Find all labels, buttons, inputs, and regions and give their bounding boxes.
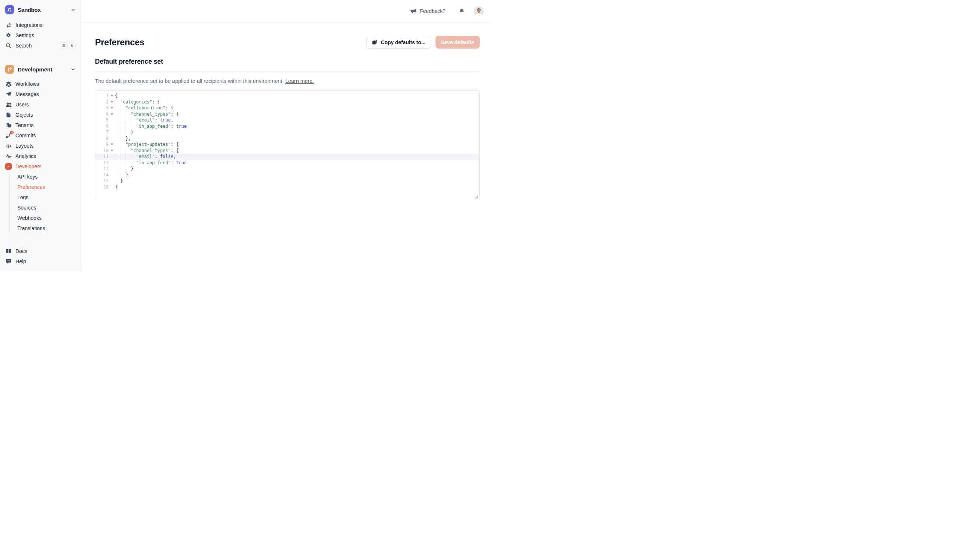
section-title: Default preference set <box>95 58 480 65</box>
kbd-k: K <box>69 42 75 49</box>
editor-line-7[interactable]: 7} <box>95 129 479 136</box>
code-text: } <box>115 172 479 178</box>
editor-line-6[interactable]: 6"in_app_feed": true <box>95 123 479 130</box>
sidebar-item-label: Search <box>16 43 57 49</box>
fold-arrow-icon[interactable] <box>108 111 115 118</box>
json-editor[interactable]: 1{2"categories": {3"collaboration": {4"c… <box>95 90 480 200</box>
fold-gutter <box>108 166 115 172</box>
editor-line-13[interactable]: 13} <box>95 166 479 172</box>
editor-line-5[interactable]: 5"email": true, <box>95 117 479 123</box>
line-number: 15 <box>95 178 108 184</box>
sidebar-item-label: Messages <box>16 91 75 97</box>
notifications-button[interactable] <box>459 8 465 14</box>
copy-defaults-button[interactable]: Copy defaults to... <box>366 36 431 49</box>
feedback-button[interactable]: Feedback? <box>410 8 445 14</box>
sidebar-item-label: Objects <box>16 112 75 118</box>
sidebar-item-label: Settings <box>16 32 75 38</box>
workspace-name: Sandbox <box>18 6 67 13</box>
editor-line-12[interactable]: 12"in_app_feed": true <box>95 160 479 166</box>
line-number: 14 <box>95 172 108 178</box>
kbd-cmd: ⌘ <box>61 42 68 49</box>
sidebar-subitem-webhooks[interactable]: Webhooks <box>10 213 78 223</box>
editor-line-8[interactable]: 8}, <box>95 136 479 142</box>
paper-plane-icon <box>5 91 12 97</box>
chevron-down-icon <box>71 67 75 72</box>
code-icon <box>5 142 12 149</box>
search-shortcut: ⌘K <box>61 42 76 49</box>
editor-line-1[interactable]: 1{ <box>95 93 479 99</box>
app-window: C Sandbox IntegrationsSettingsSearch⌘K D… <box>0 0 490 271</box>
sidebar-item-help[interactable]: Help <box>3 256 78 266</box>
line-number: 16 <box>95 184 108 190</box>
fold-arrow-icon[interactable] <box>108 99 115 105</box>
chevron-down-icon <box>71 7 75 12</box>
learn-more-link[interactable]: Learn more. <box>285 78 314 84</box>
sidebar-item-docs[interactable]: Docs <box>3 246 78 256</box>
fold-gutter <box>108 184 115 190</box>
users-icon <box>5 101 12 108</box>
sidebar-spacer <box>0 233 81 246</box>
save-defaults-button[interactable]: Save defaults <box>436 36 480 49</box>
fold-arrow-icon[interactable] <box>108 148 115 154</box>
editor-line-4[interactable]: 4"channel_types": { <box>95 111 479 118</box>
sidebar-primary-nav: IntegrationsSettingsSearch⌘K <box>0 18 81 51</box>
sidebar-footer-nav: DocsHelp <box>0 246 81 271</box>
sidebar-item-commits[interactable]: 4Commits <box>3 130 78 141</box>
feedback-label: Feedback? <box>420 8 445 14</box>
sidebar-item-analytics[interactable]: Analytics <box>3 151 78 161</box>
page-content: Preferences Copy defaults to... Save def… <box>81 22 490 200</box>
sidebar-subitem-api-keys[interactable]: API keys <box>10 172 78 182</box>
sidebar-item-search[interactable]: Search⌘K <box>3 40 78 51</box>
text-cursor <box>176 154 177 158</box>
sidebar-item-settings[interactable]: Settings <box>3 30 78 40</box>
fold-arrow-icon[interactable] <box>108 141 115 148</box>
code-text: } <box>115 129 479 136</box>
sidebar-item-users[interactable]: Users <box>3 99 78 110</box>
editor-lines: 1{2"categories": {3"collaboration": {4"c… <box>95 93 479 190</box>
editor-line-16[interactable]: 16} <box>95 184 479 190</box>
editor-line-11[interactable]: 11"email": false, <box>95 153 479 160</box>
bell-icon <box>459 8 465 14</box>
editor-line-14[interactable]: 14} <box>95 172 479 178</box>
sidebar-subitem-logs[interactable]: Logs <box>10 192 78 202</box>
sidebar-subitem-translations[interactable]: Translations <box>10 223 78 233</box>
code-text: } <box>115 184 479 190</box>
sidebar-item-messages[interactable]: Messages <box>3 89 78 99</box>
fold-arrow-icon[interactable] <box>108 93 115 99</box>
editor-line-9[interactable]: 9"project-updates": { <box>95 141 479 148</box>
sidebar-subitem-sources[interactable]: Sources <box>10 202 78 213</box>
sidebar-item-label: Users <box>16 102 75 107</box>
line-number: 9 <box>95 141 108 148</box>
sidebar-item-label: Integrations <box>16 22 75 28</box>
book-icon <box>5 248 12 254</box>
sidebar-item-label: Docs <box>16 248 75 254</box>
sidebar-item-integrations[interactable]: Integrations <box>3 20 78 30</box>
line-number: 7 <box>95 129 108 136</box>
sidebar-item-objects[interactable]: Objects <box>3 110 78 120</box>
editor-line-2[interactable]: 2"categories": { <box>95 99 479 105</box>
environment-switcher[interactable]: Development <box>0 61 81 77</box>
avatar[interactable] <box>474 6 484 16</box>
main-area: Feedback? Preferences <box>81 0 490 271</box>
editor-line-15[interactable]: 15} <box>95 178 479 184</box>
sidebar-subitem-preferences[interactable]: Preferences <box>10 182 78 192</box>
editor-line-3[interactable]: 3"collaboration": { <box>95 105 479 111</box>
resize-handle-icon[interactable] <box>474 195 478 199</box>
code-text: "email": true, <box>115 117 479 123</box>
sidebar-item-workflows[interactable]: Workflows <box>3 79 78 89</box>
editor-line-10[interactable]: 10"channel_types": { <box>95 148 479 154</box>
code-text: "categories": { <box>115 99 479 105</box>
line-number: 13 <box>95 166 108 172</box>
sidebar-item-layouts[interactable]: Layouts <box>3 141 78 151</box>
workspace-switcher[interactable]: C Sandbox <box>0 0 81 18</box>
sidebar-item-tenants[interactable]: Tenants <box>3 120 78 130</box>
sidebar-item-developers[interactable]: >_Developers <box>3 161 78 172</box>
fold-arrow-icon[interactable] <box>108 105 115 111</box>
fold-gutter <box>108 178 115 184</box>
copy-defaults-label: Copy defaults to... <box>381 40 425 45</box>
fold-gutter <box>108 117 115 123</box>
code-text: "channel_types": { <box>115 111 479 118</box>
code-text: "in_app_feed": true <box>115 123 479 130</box>
line-number: 3 <box>95 105 108 111</box>
section-divider <box>95 71 480 72</box>
